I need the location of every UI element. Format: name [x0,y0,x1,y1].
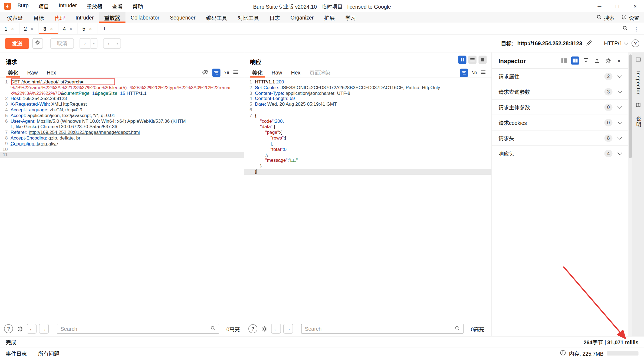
editor-tab[interactable]: 页面渲染 [305,67,335,78]
next-match-button[interactable]: → [39,324,49,334]
code-line[interactable]: %7B%22name%22%3A%22123%27%20or%20sleep(5… [0,85,244,90]
code-line[interactable]: } [244,163,492,169]
layout-single-button[interactable] [479,56,487,64]
inspector-dock-icon[interactable] [636,57,641,64]
code-line[interactable]: 7Referer: http://169.254.252.28:8123/pag… [0,130,244,135]
main-tab[interactable]: 扩展 [319,12,340,23]
editor-tab[interactable]: 美化 [248,67,267,78]
help-icon[interactable]: ? [4,324,13,333]
inspector-section[interactable]: 请求属性2 [492,68,628,84]
menu-item[interactable]: Burp [18,2,29,10]
request-search-input[interactable] [61,326,210,332]
inspector-section[interactable]: 请求查询参数3 [492,84,628,99]
editor-tab[interactable]: Hex [42,67,61,78]
show-newlines-icon[interactable]: \n [224,70,229,75]
prettify-toggle-button[interactable] [212,69,220,77]
inspector-section[interactable]: 请求头8 [492,130,628,145]
inspector-section[interactable]: 响应头4 [492,145,628,161]
code-line[interactable]: 9Connection: keep-alive [0,141,244,147]
http-version-dropdown[interactable]: HTTP/1 [604,40,627,47]
vertical-scrollbar[interactable] [628,53,632,336]
kebab-menu-icon[interactable]: ⋮ [634,25,639,32]
editor-menu-icon[interactable] [233,69,238,76]
code-line[interactable]: "page":{ [244,130,492,135]
menu-item[interactable]: 帮助 [132,2,143,10]
request-editor[interactable]: 1GET /doc.html/../depot/list?search=%7B%… [0,78,244,322]
code-line[interactable]: 11 [0,152,244,158]
scrollbar-thumb[interactable] [629,54,632,158]
close-icon[interactable]: × [615,57,623,65]
repeater-tab[interactable]: 2× [19,23,39,34]
code-line[interactable]: 1GET /doc.html/../depot/list?search= [0,79,244,85]
inspector-dock-label[interactable]: Inspector [635,71,641,95]
tab-close-icon[interactable]: × [89,26,92,31]
code-line[interactable]: "rows":[ [244,135,492,141]
code-line[interactable]: 10 [0,147,244,152]
repeater-tab[interactable]: 5× [78,23,97,34]
editor-menu-icon[interactable] [481,69,486,76]
collapse-all-icon[interactable] [582,57,590,65]
code-line[interactable]: 3Content-Type: application/json;charset=… [244,90,492,96]
layout-pause-button[interactable] [458,56,466,64]
gear-icon[interactable] [604,57,612,65]
notes-book-icon[interactable] [636,102,641,109]
back-button[interactable]: ‹ [80,38,91,48]
bottom-tab[interactable]: 事件日志 [6,349,27,357]
inspector-section[interactable]: 请求主体参数0 [492,99,628,115]
code-line[interactable]: "data":{ [244,124,492,130]
main-tab[interactable]: Collaborator [125,12,165,23]
menu-item[interactable]: 查看 [112,2,123,10]
global-search-button[interactable]: 搜索 [596,14,615,21]
code-line[interactable]: 3X-Requested-With: XMLHttpRequest [0,102,244,107]
layout-rows-button[interactable] [468,56,477,64]
bottom-tab[interactable]: 所有问题 [38,349,59,357]
gear-icon[interactable] [15,324,24,333]
code-line[interactable]: 5Accept: application/json, text/javascri… [0,113,244,119]
tab-close-icon[interactable]: × [50,26,53,31]
back-dropdown-button[interactable]: ▾ [91,38,98,48]
send-button[interactable]: 发送 [5,38,29,48]
help-icon[interactable]: ? [248,324,257,333]
menu-item[interactable]: Intruder [59,2,77,10]
code-line[interactable]: 2Set-Cookie: JSESSIONID=2CFD87072A2628B3… [244,85,492,90]
main-tab[interactable]: 学习 [340,12,361,23]
main-tab[interactable]: 代理 [49,12,70,23]
code-line[interactable]: "code":200, [244,118,492,124]
help-icon[interactable]: ? [632,40,639,47]
menu-item[interactable]: 项目 [38,2,49,10]
code-line[interactable]: "message":"□□" [244,158,492,163]
expand-all-icon[interactable] [593,57,601,65]
code-line[interactable]: 7{ [244,113,492,119]
prev-match-button[interactable]: ← [27,324,37,334]
editor-tab[interactable]: Raw [267,67,287,78]
code-line[interactable]: ], [244,141,492,147]
main-tab[interactable]: 仪表盘 [2,12,28,23]
edit-target-icon[interactable] [586,40,592,47]
prev-match-button[interactable]: ← [271,324,281,334]
code-line[interactable]: "total":0 [244,147,492,152]
response-editor[interactable]: 1HTTP/1.1 2002Set-Cookie: JSESSIONID=2CF… [244,78,492,322]
main-tab[interactable]: Sequencer [165,12,201,23]
search-icon[interactable] [622,25,628,32]
code-line[interactable]: } [244,169,492,175]
gear-icon[interactable] [260,324,269,333]
main-tab[interactable]: 重放器 [99,12,126,23]
forward-dropdown-button[interactable]: ▾ [114,38,121,48]
global-settings-button[interactable]: 设置 [621,14,639,21]
response-search-input[interactable] [305,326,455,332]
tab-close-icon[interactable]: × [70,26,73,31]
tab-close-icon[interactable]: × [31,26,34,31]
editor-tab[interactable]: Hex [287,67,305,78]
code-line[interactable]: 6 [244,107,492,113]
next-match-button[interactable]: → [283,324,293,334]
code-line[interactable]: 6User-Agent: Mozilla/5.0 (Windows NT 10.… [0,118,244,124]
repeater-tab[interactable]: 4× [58,23,78,34]
code-line[interactable]: 4Accept-Language: zh-CN,zh;q=0.9 [0,107,244,113]
info-icon[interactable] [560,350,566,357]
repeater-tab[interactable]: 1× [0,23,19,34]
close-button[interactable]: × [626,0,644,12]
minimize-button[interactable]: ─ [591,0,609,12]
menu-item[interactable]: 重放器 [87,2,103,10]
main-tab[interactable]: Organizer [285,12,319,23]
code-line[interactable]: 4Content-Length: 69 [244,96,492,102]
